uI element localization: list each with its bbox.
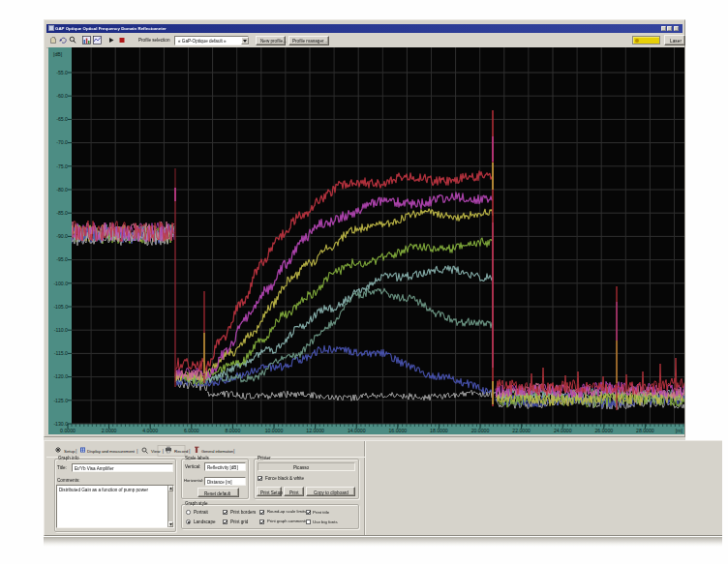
svg-text:12.0000: 12.0000 [306, 428, 324, 433]
svg-text:18.0000: 18.0000 [430, 428, 448, 433]
svg-text:-60.0: -60.0 [56, 93, 68, 99]
svg-text:Record: Record [174, 449, 189, 454]
svg-text:0.0000: 0.0000 [60, 428, 76, 433]
svg-text:28.0000: 28.0000 [636, 428, 654, 433]
svg-text:2.0000: 2.0000 [102, 428, 117, 433]
svg-text:-85.0: -85.0 [56, 210, 68, 216]
svg-text:-55.0: -55.0 [56, 70, 68, 75]
svg-text:|: | [76, 448, 77, 454]
svg-text:Display and measurement: Display and measurement [87, 449, 136, 454]
svg-text:20.0000: 20.0000 [471, 428, 490, 433]
svg-text:View: View [151, 449, 161, 454]
svg-text:|: | [233, 448, 235, 454]
svg-text:6.0000: 6.0000 [184, 428, 199, 433]
svg-text:10.0000: 10.0000 [265, 428, 284, 433]
svg-text:-95.0: -95.0 [56, 256, 68, 262]
svg-text:-125.0: -125.0 [53, 398, 68, 403]
svg-text:-110.0: -110.0 [54, 327, 68, 333]
svg-text:22.0000: 22.0000 [512, 428, 531, 433]
svg-text:8.0000: 8.0000 [226, 428, 241, 433]
svg-text:|: | [136, 448, 138, 454]
svg-text:-120.0: -120.0 [53, 373, 68, 379]
svg-text:-130.0: -130.0 [53, 421, 68, 427]
svg-text:24.0000: 24.0000 [554, 428, 572, 433]
svg-text:16.0000: 16.0000 [388, 428, 407, 433]
svg-text:-65.0: -65.0 [56, 116, 68, 122]
svg-text:-70.0: -70.0 [56, 139, 68, 145]
svg-text:26.0000: 26.0000 [594, 428, 613, 433]
svg-text:-90.0: -90.0 [56, 233, 68, 239]
svg-text:-100.0: -100.0 [53, 281, 68, 286]
svg-text:-105.0: -105.0 [53, 304, 68, 310]
svg-text:-75.0: -75.0 [56, 163, 68, 169]
svg-text:4.0000: 4.0000 [142, 428, 158, 433]
svg-text:[m]: [m] [676, 428, 683, 433]
svg-text:Setup: Setup [64, 449, 76, 454]
svg-text:[dB]: [dB] [53, 51, 63, 57]
svg-text:General information: General information [201, 449, 233, 454]
svg-text:-80.0: -80.0 [56, 187, 68, 193]
svg-text:|: | [189, 448, 191, 454]
svg-text:14.0000: 14.0000 [348, 428, 366, 433]
svg-text:-115.0: -115.0 [54, 350, 68, 356]
